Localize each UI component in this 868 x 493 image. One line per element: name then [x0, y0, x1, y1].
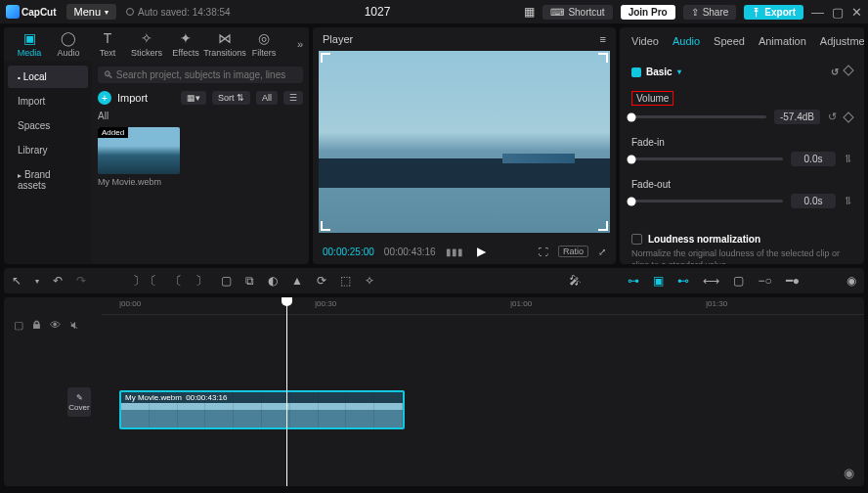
checkbox-on-icon[interactable] [631, 67, 641, 77]
fadeout-slider[interactable] [631, 200, 783, 202]
close-icon[interactable]: ✕ [851, 5, 862, 20]
mute-icon[interactable]: ▢ [14, 319, 23, 332]
tab-adjustment[interactable]: Adjustme [820, 35, 864, 47]
track-mute-icon[interactable]: 🔇︎ [68, 319, 79, 332]
fullscreen-icon[interactable]: ⤢ [598, 246, 606, 257]
fadein-value[interactable]: 0.0s [791, 152, 836, 166]
dropdown-icon[interactable]: ▾ [35, 277, 39, 286]
copy-icon[interactable]: ⧉ [245, 274, 254, 288]
player-menu-icon[interactable]: ≡ [600, 33, 606, 45]
search-input[interactable]: 🔍︎ Search project, subjects in image, li… [98, 67, 303, 83]
zoom-out-icon[interactable]: −○ [758, 274, 771, 288]
stepper-icon[interactable]: ⥮ [844, 195, 852, 207]
share-button[interactable]: ⇪ Share [683, 5, 737, 20]
time-ruler[interactable]: |00:00 |00:30 |01:00 |01:30 [102, 297, 864, 315]
volume-value[interactable]: -57.4dB [774, 110, 820, 124]
volume-slider[interactable] [631, 115, 766, 118]
nav-import[interactable]: Import [8, 90, 88, 112]
scan-icon[interactable]: ⛶ [539, 246, 548, 257]
nav-library[interactable]: Library [8, 139, 88, 161]
minimize-icon[interactable]: — [811, 5, 824, 20]
split-icon[interactable]: 〕〔 [133, 273, 156, 290]
link-icon[interactable]: ⊷ [677, 274, 689, 288]
crop-handle-br[interactable] [598, 221, 608, 231]
tab-animation[interactable]: Animation [759, 35, 806, 47]
redo-icon[interactable]: ↷ [76, 274, 86, 288]
record-icon[interactable]: ◉ [844, 466, 854, 480]
fadein-property: Fade-in 0.0s ⥮ [631, 136, 852, 166]
reset-icon[interactable]: ↺ [828, 111, 837, 123]
more-tabs-icon[interactable]: » [297, 38, 303, 50]
tab-video[interactable]: Video [631, 35, 659, 47]
shortcut-button[interactable]: ⌨ Shortcut [542, 5, 612, 20]
trim-right-icon[interactable]: 〕 [195, 273, 207, 290]
loudness-checkbox[interactable] [631, 234, 642, 245]
menu-button[interactable]: Menu▾ [66, 4, 117, 20]
nav-spaces[interactable]: Spaces [8, 114, 88, 137]
pencil-icon: ✎ [76, 393, 83, 402]
fadein-slider[interactable] [631, 157, 783, 160]
crop-handle-bl[interactable] [321, 221, 330, 231]
media-thumbnail[interactable]: Added [98, 127, 180, 174]
undo-icon[interactable]: ↶ [53, 274, 63, 288]
tab-media[interactable]: ▣Media [10, 30, 49, 58]
tab-audio[interactable]: ◯Audio [49, 30, 88, 58]
loudness-description: Normalize the original loudness of the s… [631, 248, 852, 264]
tab-filters[interactable]: ◎Filters [244, 30, 283, 58]
tab-text[interactable]: TText [88, 30, 127, 58]
preview-toggle-icon[interactable]: ▢ [733, 274, 744, 288]
import-button[interactable]: Import [117, 92, 148, 104]
tab-transitions[interactable]: ⋈Transitions [205, 30, 244, 58]
preview-viewport[interactable] [319, 51, 610, 233]
text-icon: T [104, 30, 112, 46]
mic-icon[interactable]: 🎤︎ [569, 274, 581, 288]
filter-all-button[interactable]: All [256, 91, 278, 105]
sort-button[interactable]: Sort ⇅ [212, 91, 250, 105]
trim-left-icon[interactable]: 〔 [170, 273, 182, 290]
columns-icon[interactable]: ▮▮▮ [446, 246, 463, 257]
playhead[interactable] [286, 297, 287, 486]
crop-icon[interactable]: ⬚ [340, 274, 351, 288]
nav-local[interactable]: •Local [8, 66, 88, 88]
snap-icon[interactable]: ▣ [653, 274, 664, 288]
align-icon[interactable]: ⟷ [703, 274, 719, 288]
visibility-icon[interactable]: 👁︎ [50, 319, 61, 332]
filter-options-button[interactable]: ☰ [283, 91, 303, 105]
settings-icon[interactable]: ◉ [846, 274, 856, 288]
magnet-icon[interactable]: ⊶ [628, 274, 639, 288]
timeline-toolbar: ↖ ▾ ↶ ↷ 〕〔 〔 〕 ▢ ⧉ ◐ ▲ ⟳ ⬚ ✧ 🎤︎ ⊶ ▣ ⊷ ⟷ … [4, 268, 864, 293]
mirror-icon[interactable]: ▲ [291, 274, 303, 288]
stepper-icon[interactable]: ⥮ [844, 153, 852, 165]
crop-handle-tr[interactable] [598, 53, 608, 63]
reverse-icon[interactable]: ◐ [268, 274, 278, 288]
view-grid-button[interactable]: ▦▾ [181, 91, 206, 105]
join-pro-button[interactable]: Join Pro [621, 5, 675, 20]
rotate-icon[interactable]: ⟳ [317, 274, 326, 288]
loudness-label: Loudness normalization [648, 234, 760, 245]
reset-icon[interactable]: ↺ [831, 67, 839, 77]
fadeout-value[interactable]: 0.0s [791, 194, 836, 208]
delete-icon[interactable]: ▢ [221, 274, 232, 288]
timeline-clip[interactable]: My Movie.webm 00:00:43:16 [119, 390, 405, 429]
play-button[interactable]: ▶ [477, 245, 486, 258]
keyframe-icon[interactable] [843, 65, 853, 75]
cover-button[interactable]: ✎Cover [67, 387, 91, 417]
lock-icon[interactable]: 🔒︎ [31, 319, 42, 332]
maximize-icon[interactable]: ▢ [832, 5, 844, 20]
export-button[interactable]: ⭱ Export [744, 5, 803, 20]
tab-effects[interactable]: ✦Effects [166, 30, 205, 58]
tab-stickers[interactable]: ✧Stickers [127, 30, 166, 58]
pointer-icon[interactable]: ↖ [12, 274, 22, 288]
tab-speed[interactable]: Speed [714, 35, 745, 47]
zoom-slider-icon[interactable]: ━● [786, 274, 800, 288]
tab-audio-inspector[interactable]: Audio [673, 35, 700, 47]
crop-handle-tl[interactable] [321, 53, 330, 63]
nav-brand-assets[interactable]: ▸Brand assets [8, 163, 88, 197]
ratio-button[interactable]: Ratio [558, 246, 588, 257]
enhance-icon[interactable]: ✧ [365, 274, 374, 288]
chevron-down-icon[interactable]: ▾ [677, 67, 681, 76]
media-panel: ▣Media ◯Audio TText ✧Stickers ✦Effects ⋈… [4, 27, 309, 264]
layout-icon[interactable]: ▦ [524, 5, 535, 19]
keyframe-icon[interactable] [843, 112, 853, 122]
ruler-tick: |01:00 [510, 299, 532, 308]
